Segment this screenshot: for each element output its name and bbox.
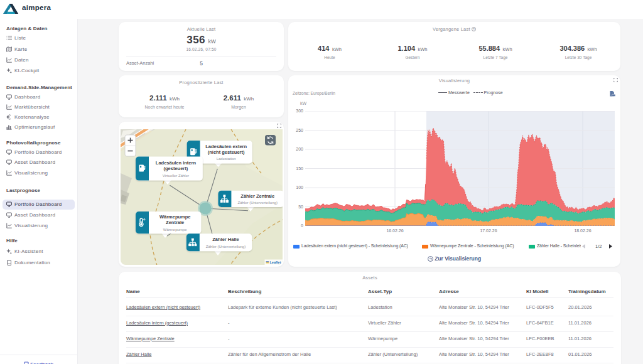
- svg-text:Leaflet: Leaflet: [270, 260, 281, 264]
- svg-text:Zähler Halle: Zähler Halle: [212, 237, 239, 242]
- svg-text:Zähler (Unterverteilung): Zähler (Unterverteilung): [206, 245, 246, 249]
- svg-text:(gesteuert): (gesteuert): [164, 166, 188, 171]
- svg-text:Ladesäulen intern: Ladesäulen intern: [156, 160, 197, 166]
- svg-text:Ladesäulen extern: Ladesäulen extern: [205, 144, 247, 149]
- svg-text:Wärmepumpe: Wärmepumpe: [159, 214, 191, 220]
- svg-text:(nicht gesteuert): (nicht gesteuert): [208, 149, 245, 155]
- svg-text:Wärmepumpe: Wärmepumpe: [163, 228, 187, 232]
- svg-text:Virtueller Zähler: Virtueller Zähler: [163, 174, 189, 178]
- svg-text:Ladestation: Ladestation: [217, 157, 236, 161]
- svg-text:Zähler (Unterverteilung): Zähler (Unterverteilung): [238, 201, 278, 205]
- svg-text:Zähler Zentrale: Zähler Zentrale: [240, 193, 274, 199]
- svg-text:Zentrale: Zentrale: [166, 220, 184, 225]
